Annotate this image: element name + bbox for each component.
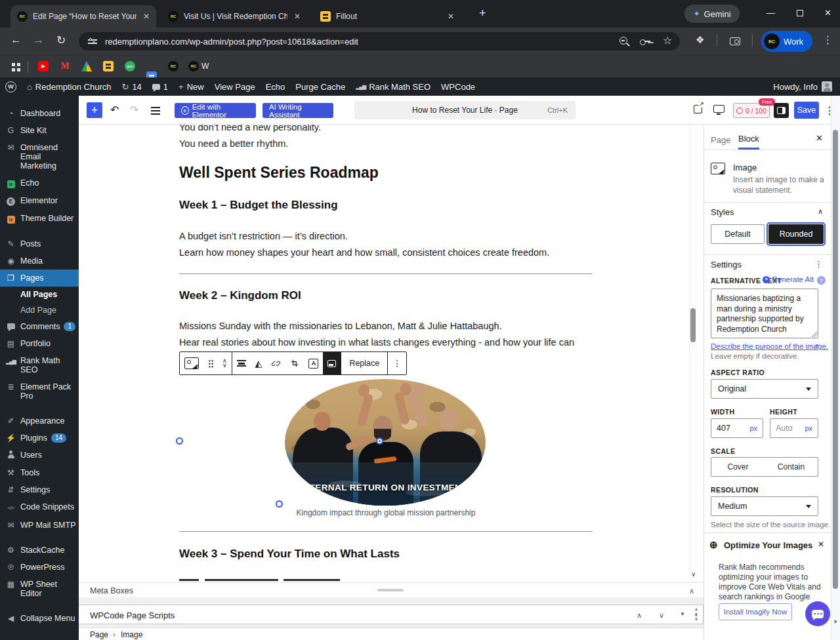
youtube-bookmark[interactable]: ▶ xyxy=(38,61,49,71)
replace-button[interactable]: Replace xyxy=(341,352,387,374)
block-options-icon[interactable]: ⋮ xyxy=(388,352,406,374)
ai-writing-assistant-button[interactable]: AI Writing Assistant xyxy=(262,103,333,118)
forward-button[interactable]: → xyxy=(33,33,44,47)
styles-collapse-icon[interactable]: ∧ xyxy=(818,207,823,216)
textarea-resize-handle[interactable] xyxy=(812,332,817,337)
profile-button[interactable]: RC Work xyxy=(761,31,812,52)
resize-handle-bottom-left[interactable] xyxy=(276,500,283,508)
styles-section-label[interactable]: Styles xyxy=(711,207,734,217)
settings-options-icon[interactable]: ⋮ xyxy=(814,259,823,269)
style-default-button[interactable]: Default xyxy=(711,224,765,244)
sidebar-item-portfolio[interactable]: ▤Portfolio xyxy=(0,335,79,352)
sidebar-item-comments[interactable]: Comments1 xyxy=(0,318,79,335)
sidebar-item-collapse-menu[interactable]: ◀Collapse Menu xyxy=(0,610,79,627)
close-button[interactable]: ✕ xyxy=(824,8,831,18)
link-icon[interactable] xyxy=(266,352,285,374)
canvas-scrollbar-track[interactable] xyxy=(689,125,697,582)
site-settings-icon[interactable] xyxy=(88,38,97,45)
apps-grid-icon[interactable] xyxy=(12,63,15,66)
panel-scrollbar[interactable]: ▲▮▼ xyxy=(693,607,700,622)
admin-bar-view-page[interactable]: View Page xyxy=(209,77,261,96)
duotone-icon[interactable]: ◭ xyxy=(251,352,267,374)
sidebar-item-pages[interactable]: ❐Pages xyxy=(0,270,79,287)
chat-widget-button[interactable] xyxy=(805,601,830,626)
gemini-button[interactable]: ✦ Gemini xyxy=(684,5,740,23)
fillout-bookmark[interactable] xyxy=(103,61,114,71)
back-button[interactable]: ← xyxy=(10,33,22,47)
roadmap-heading[interactable]: Well Spent Series Roadmap xyxy=(179,164,593,182)
admin-bar-comments[interactable]: 1 xyxy=(147,77,173,96)
sidebar-subitem-all-pages[interactable]: All Pages xyxy=(0,287,79,302)
move-up-down-icons[interactable]: ∧∨ xyxy=(218,352,232,374)
undo-icon[interactable]: ↶ xyxy=(110,104,119,116)
sidebar-item-posts[interactable]: ✎Posts xyxy=(0,235,79,252)
text-over-image-icon[interactable]: A xyxy=(304,352,323,374)
week1-paragraphs[interactable]: A budget isn’t restriction — it’s direct… xyxy=(179,228,593,261)
wpcode-move-up-icon[interactable]: ∧ xyxy=(637,611,642,620)
separator-block[interactable] xyxy=(179,531,593,532)
editor-canvas[interactable]: You don’t need a new personality. You ne… xyxy=(79,125,704,582)
sidebar-item-users[interactable]: Users xyxy=(0,447,79,464)
help-icon[interactable]: ? xyxy=(817,276,826,285)
resize-handle-left[interactable] xyxy=(176,437,183,445)
scale-cover-button[interactable]: Cover xyxy=(711,458,765,476)
wpcode-page-scripts-panel[interactable]: WPCode Page Scripts ∧ ∨ ▼ ▲▮▼ xyxy=(79,605,704,624)
width-input[interactable]: 407px xyxy=(711,418,763,438)
sidebar-item-rank-math-seo[interactable]: ▂▄▆Rank Math SEO xyxy=(0,352,79,378)
admin-bar-site-name[interactable]: ⌂Redemption Church xyxy=(22,77,116,96)
admin-bar-new[interactable]: +New xyxy=(173,77,209,96)
drag-handle-icon[interactable] xyxy=(203,352,218,374)
minimize-button[interactable]: — xyxy=(766,8,775,18)
sidebar-item-theme-builder[interactable]: uTheme Builder xyxy=(0,210,79,228)
wp-logo[interactable]: W xyxy=(0,77,22,96)
tab-close-icon[interactable]: ✕ xyxy=(294,12,301,21)
meta-boxes-bar[interactable]: Meta Boxes ∧ xyxy=(79,582,704,597)
admin-bar-wpcode[interactable]: WPCode xyxy=(436,77,480,96)
bookmark-star-icon[interactable]: ☆ xyxy=(663,34,672,47)
sidebar-item-stackcache[interactable]: ⚙StackCache xyxy=(0,542,79,559)
week1-heading[interactable]: Week 1 – Budget the Blessing xyxy=(179,199,593,212)
tab-search-icon[interactable] xyxy=(730,37,740,47)
wpcode-toggle-icon[interactable]: ▼ xyxy=(680,611,685,617)
sidebar-item-omnisend-email-marketing[interactable]: ✉Omnisend Email Marketing xyxy=(0,139,79,174)
week2-heading[interactable]: Week 2 – Kingdom ROI xyxy=(179,289,593,302)
admin-bar-updates[interactable]: ↻14 xyxy=(116,77,146,96)
breadcrumb-image[interactable]: Image xyxy=(121,630,142,639)
window-scrollbar-thumb[interactable] xyxy=(833,130,838,589)
admin-bar-purge-cache[interactable]: Purge Cache xyxy=(290,77,350,96)
wpcode-move-down-icon[interactable]: ∨ xyxy=(659,611,664,620)
sidebar-item-wp-mail-smtp[interactable]: ✉WP Mail SMTP xyxy=(0,517,79,534)
admin-bar-rank-math[interactable]: ▂▄▆Rank Math SEO xyxy=(350,77,436,96)
command-palette[interactable]: How to Reset Your Life · Page Ctrl+K xyxy=(354,101,576,119)
redo-icon[interactable]: ↷ xyxy=(130,104,138,116)
new-tab-button[interactable]: + xyxy=(479,7,486,20)
resize-handle-center[interactable] xyxy=(376,437,383,445)
browser-tab[interactable]: RCVisit Us | Visit Redemption Chur✕ xyxy=(161,5,307,28)
maximize-button[interactable] xyxy=(797,10,803,16)
reload-button[interactable]: ↻ xyxy=(56,33,66,47)
view-page-icon[interactable] xyxy=(694,105,702,113)
scroll-down-icon[interactable]: ∨ xyxy=(691,570,696,578)
tab-block[interactable]: Block xyxy=(738,130,759,150)
sidebar-item-element-pack-pro[interactable]: ≣Element Pack Pro xyxy=(0,378,79,405)
meta-boxes-collapse-icon[interactable]: ∧ xyxy=(689,587,694,595)
crop-icon[interactable] xyxy=(285,352,304,374)
sidebar-item-tools[interactable]: ⚒Tools xyxy=(0,464,79,481)
block-inserter-button[interactable]: + xyxy=(87,102,102,118)
edit-with-elementor-button[interactable]: e Edit with Elementor xyxy=(175,103,256,118)
resolution-select[interactable]: Medium xyxy=(711,496,818,516)
align-icon[interactable] xyxy=(232,352,251,374)
sidebar-item-echo[interactable]: uEcho xyxy=(0,174,79,192)
close-sidebar-icon[interactable]: ✕ xyxy=(816,133,823,143)
tab-close-icon[interactable]: ✕ xyxy=(143,12,150,21)
sidebar-item-site-kit[interactable]: GSite Kit xyxy=(0,122,79,139)
breadcrumb-page[interactable]: Page xyxy=(90,630,108,639)
alt-text-input[interactable]: Missionaries baptizing a man during a mi… xyxy=(711,289,818,338)
admin-bar-echo[interactable]: Echo xyxy=(261,77,291,96)
separator-block[interactable] xyxy=(179,273,593,274)
gloo-bookmark[interactable]: gloo xyxy=(125,61,135,71)
browser-tab[interactable]: Fillout✕ xyxy=(314,5,462,28)
extensions-icon[interactable]: ❖ xyxy=(696,34,704,46)
gmail-bookmark[interactable]: M xyxy=(60,61,70,71)
image-block-icon[interactable] xyxy=(180,352,203,374)
